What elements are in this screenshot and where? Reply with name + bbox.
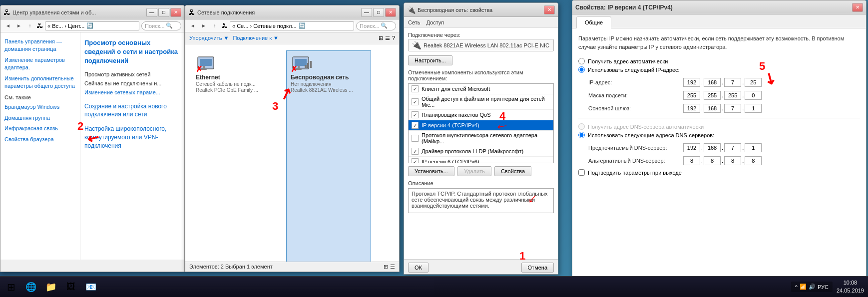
address-path[interactable]: « Се... › Сетевые подкл... 🔄 [230, 21, 354, 30]
component-file-share[interactable]: Общий доступ к файлам и принтерам для се… [409, 94, 553, 110]
component-ipv4[interactable]: IP версии 4 (TCP/IPv4) [409, 120, 553, 131]
wireless-adapter[interactable]: ✗ Беспроводная сеть Нет подключения Real… [286, 50, 371, 266]
sidebar-browser-link[interactable]: Свойства браузера [4, 134, 76, 145]
connect-btn[interactable]: Подключение к ▼ [233, 33, 279, 43]
configure-button[interactable]: Настроить... [408, 55, 452, 65]
component-ipv6-label: IP версии 6 (TCP/IPv6) [422, 159, 479, 163]
check-multiplex[interactable] [412, 135, 419, 142]
component-qos[interactable]: Планировщик пакетов QoS [409, 110, 553, 120]
maximize-button[interactable]: □ [373, 8, 384, 17]
radio-auto-ip[interactable]: Получить адрес автоматически [578, 58, 860, 64]
refresh-icon[interactable]: 🔄 [299, 22, 306, 29]
svg-rect-10 [310, 61, 312, 68]
mask-octet-2[interactable] [704, 91, 721, 100]
up-button[interactable]: ↑ [25, 21, 34, 30]
tab-general[interactable]: Общие [576, 16, 611, 28]
search-box[interactable]: Поиск... 🔍 [356, 21, 396, 30]
step-change-params[interactable]: Изменение сетевых параме... [84, 88, 180, 97]
component-multiplex[interactable]: Протокол мультиплексора сетевого адаптер… [409, 131, 553, 146]
photo-icon[interactable]: 🖼 [62, 278, 80, 296]
back-button[interactable]: ◄ [3, 21, 12, 30]
radio-auto-ip-input[interactable] [578, 58, 585, 64]
setup-vpn-link[interactable]: Настройка широкополосного, коммутируемог… [84, 123, 180, 151]
ip-octet-3[interactable] [724, 78, 741, 87]
mail-icon[interactable]: 📧 [82, 278, 100, 296]
check-ms-client[interactable] [412, 85, 419, 92]
ip-octet-1[interactable] [683, 78, 700, 87]
delete-button[interactable]: Удалить [457, 166, 491, 176]
check-qos[interactable] [412, 111, 419, 118]
address-path[interactable]: « Вс... › Цент... 🔄 [45, 21, 139, 30]
dns-pref-octet-2[interactable] [704, 143, 721, 152]
list-icon[interactable]: ☰ [385, 35, 390, 41]
help-icon[interactable]: ? [392, 35, 395, 41]
gateway-octet-2[interactable] [704, 104, 721, 113]
dns-preferred-label: Предпочитаемый DNS-сервер: [588, 145, 683, 151]
view-icon[interactable]: ⊞ [379, 35, 383, 41]
minimize-button[interactable]: — [361, 8, 372, 17]
check-lldp[interactable] [412, 148, 419, 155]
maximize-button[interactable]: □ [158, 8, 169, 17]
gateway-octet-1[interactable] [683, 104, 700, 113]
menu-access[interactable]: Доступ [426, 19, 444, 25]
ip-octet-4[interactable] [745, 78, 762, 87]
ok-button[interactable]: ОК [408, 263, 429, 273]
ethernet-adapter[interactable]: ✗ Ethernet Сетевой кабель не подк... Rea… [191, 50, 276, 266]
mask-octet-1[interactable] [683, 91, 700, 100]
mask-octet-3[interactable] [724, 91, 741, 100]
mask-octet-4[interactable] [745, 91, 762, 100]
check-ipv4[interactable] [412, 122, 419, 129]
close-button[interactable]: ✕ [170, 8, 181, 17]
component-ms-client[interactable]: Клиент для сетей Microsoft [409, 84, 553, 94]
close-button[interactable]: ✕ [544, 5, 555, 14]
forward-button[interactable]: ► [199, 21, 208, 30]
radio-manual-dns-input[interactable] [578, 132, 585, 138]
back-button[interactable]: ◄ [188, 21, 197, 30]
check-file-share[interactable] [412, 98, 419, 105]
sidebar-sharing-link[interactable]: Изменить дополнительные параметры общего… [4, 73, 76, 92]
radio-manual-dns[interactable]: Использовать следующие адреса DNS-сервер… [578, 132, 860, 138]
create-connection-link[interactable]: Создание и настройка нового подключения … [84, 101, 180, 121]
radio-manual-ip-input[interactable] [578, 66, 585, 73]
install-button[interactable]: Установить... [408, 166, 454, 176]
component-lldp[interactable]: Драйвер протокола LLDP (Майкрософт) [409, 146, 553, 157]
sidebar-infrared-link[interactable]: Инфракрасная связь [4, 123, 76, 134]
radio-manual-ip[interactable]: Использовать следующий IP-адрес: [578, 66, 860, 73]
minimize-button[interactable]: — [146, 8, 157, 17]
radio-auto-dns-input[interactable] [578, 123, 585, 130]
dns-alt-octet-1[interactable] [683, 156, 700, 165]
check-ipv6[interactable] [412, 158, 419, 163]
dns-pref-octet-4[interactable] [745, 143, 762, 152]
dns-alt-octet-2[interactable] [704, 156, 721, 165]
sidebar-home-link[interactable]: Панель управления — домашняя страница [4, 36, 76, 55]
dns-pref-octet-1[interactable] [683, 143, 700, 152]
ip-content: Параметры IP можно назначать автоматичес… [572, 28, 866, 276]
search-box[interactable]: Поиск... 🔍 [141, 21, 181, 30]
organize-btn[interactable]: Упорядочить ▼ [189, 33, 229, 43]
start-button[interactable]: ⊞ [2, 278, 20, 296]
dns-alt-octet-3[interactable] [724, 156, 741, 165]
sidebar-homegroup-link[interactable]: Домашняя группа [4, 113, 76, 123]
refresh-icon[interactable]: 🔄 [86, 22, 93, 29]
menu-network[interactable]: Сеть [408, 19, 420, 25]
ip-octet-2[interactable] [704, 78, 721, 87]
chrome-icon[interactable]: 🌐 [22, 278, 40, 296]
gateway-octet-3[interactable] [724, 104, 741, 113]
cancel-button[interactable]: Отмена [521, 263, 554, 273]
properties-button[interactable]: Свойства [494, 166, 531, 176]
forward-button[interactable]: ► [14, 21, 23, 30]
gateway-input: . . . [683, 104, 762, 113]
dns-pref-octet-3[interactable] [724, 143, 741, 152]
radio-auto-dns[interactable]: Получить адрес DNS-сервера автоматически [578, 123, 860, 130]
component-ipv6[interactable]: IP версии 6 (TCP/IPv6) [409, 157, 553, 163]
explorer-icon[interactable]: 📁 [42, 278, 60, 296]
confirm-checkbox[interactable] [578, 169, 585, 176]
dns-alt-octet-4[interactable] [745, 156, 762, 165]
tray-caret[interactable]: ^ [795, 284, 798, 290]
gateway-octet-4[interactable] [745, 104, 762, 113]
close-button[interactable]: ✕ [385, 8, 396, 17]
up-button[interactable]: ↑ [210, 21, 219, 30]
sidebar-adapter-link[interactable]: Изменение параметров адаптера. [4, 55, 76, 73]
sidebar-firewall-link[interactable]: Брандмауэр Windows [4, 102, 76, 112]
close-button[interactable]: ✕ [852, 3, 863, 12]
